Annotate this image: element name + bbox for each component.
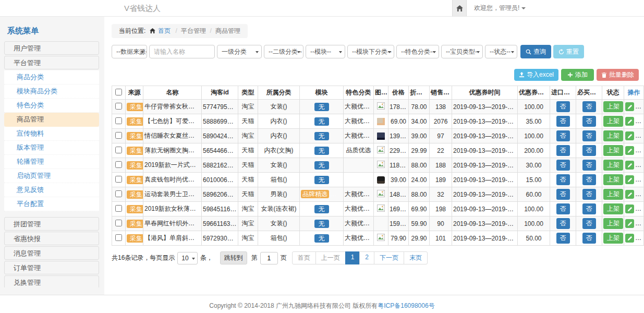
must-buy-toggle[interactable]: 否 bbox=[582, 233, 596, 244]
sidebar-item-order-management[interactable]: 订单管理 bbox=[4, 261, 99, 274]
pager-page-1[interactable]: 1 bbox=[345, 251, 360, 264]
module-sub-category-select[interactable]: --模块下分类-- bbox=[347, 45, 394, 58]
row-checkbox[interactable] bbox=[115, 147, 122, 153]
pager-prev-page[interactable]: 上一页 bbox=[315, 251, 346, 264]
status-toggle[interactable]: 上架 bbox=[603, 218, 623, 229]
edit-button[interactable] bbox=[625, 190, 634, 199]
edit-button[interactable] bbox=[625, 102, 634, 111]
edit-button[interactable] bbox=[625, 175, 634, 184]
sidebar-item-feedback[interactable]: 意见反馈 bbox=[4, 183, 99, 197]
select-all-checkbox[interactable] bbox=[115, 89, 122, 95]
must-buy-toggle[interactable]: 否 bbox=[582, 174, 596, 185]
module-select[interactable]: --模块-- bbox=[306, 45, 345, 58]
sidebar-item-platform-management[interactable]: 平台管理 bbox=[4, 56, 99, 69]
add-button[interactable]: 添加 bbox=[561, 69, 594, 81]
must-buy-toggle[interactable]: 否 bbox=[582, 203, 596, 214]
edit-button[interactable] bbox=[625, 219, 634, 228]
sidebar-item-exchange-management[interactable]: 兑换管理 bbox=[4, 275, 99, 287]
import-select-toggle[interactable]: 否 bbox=[556, 218, 570, 229]
edit-button[interactable] bbox=[625, 234, 634, 243]
row-checkbox[interactable] bbox=[115, 220, 122, 226]
sidebar-item-product-management[interactable]: 商品管理 bbox=[4, 113, 99, 127]
sidebar-item-product-category[interactable]: 商品分类 bbox=[4, 70, 99, 85]
import-select-toggle[interactable]: 否 bbox=[556, 174, 570, 185]
coupon-time: 2019-09-13—2019-09-17 bbox=[452, 100, 518, 114]
import-select-toggle[interactable]: 否 bbox=[556, 160, 570, 171]
column-header: 必买清单 bbox=[576, 86, 602, 100]
row-checkbox[interactable] bbox=[115, 161, 122, 168]
must-buy-toggle[interactable]: 否 bbox=[582, 145, 596, 156]
row-checkbox[interactable] bbox=[115, 190, 122, 197]
sidebar-item-splash-management[interactable]: 启动页管理 bbox=[4, 169, 99, 183]
name-search-input[interactable] bbox=[149, 45, 215, 58]
sidebar-item-feature-category[interactable]: 特色分类 bbox=[4, 99, 99, 113]
must-buy-toggle[interactable]: 否 bbox=[582, 189, 596, 200]
edit-button[interactable] bbox=[625, 204, 634, 213]
status-toggle[interactable]: 上架 bbox=[603, 174, 623, 185]
sidebar-item-group-buy-management[interactable]: 拼团管理 bbox=[4, 217, 99, 231]
status-toggle[interactable]: 上架 bbox=[603, 101, 623, 112]
import-select-toggle[interactable]: 否 bbox=[556, 101, 570, 112]
must-buy-toggle[interactable]: 否 bbox=[582, 160, 596, 171]
must-buy-toggle[interactable]: 否 bbox=[582, 218, 596, 229]
query-button[interactable]: 查询 bbox=[520, 45, 551, 58]
import-select-toggle[interactable]: 否 bbox=[556, 130, 570, 141]
pager-page-2[interactable]: 2 bbox=[359, 251, 374, 264]
import-select-toggle[interactable]: 否 bbox=[556, 233, 570, 244]
import-select-toggle[interactable]: 否 bbox=[556, 145, 570, 156]
sidebar-item-user-management[interactable]: 用户管理 bbox=[4, 41, 99, 55]
pager-last-page[interactable]: 末页 bbox=[404, 251, 428, 264]
row-checkbox[interactable] bbox=[115, 205, 122, 212]
sidebar-item-module-product-category[interactable]: 模块商品分类 bbox=[4, 85, 99, 99]
edit-button[interactable] bbox=[625, 161, 634, 170]
status-toggle[interactable]: 上架 bbox=[603, 116, 623, 127]
jump-button[interactable]: 跳转到 bbox=[220, 251, 247, 264]
breadcrumb-home-link[interactable]: 首页 bbox=[158, 27, 171, 34]
level2-category-select[interactable]: --二级分类-- bbox=[264, 45, 303, 58]
status-toggle[interactable]: 上架 bbox=[603, 189, 623, 200]
pager-first-page[interactable]: 首页 bbox=[292, 251, 316, 264]
import-select-toggle[interactable]: 否 bbox=[556, 116, 570, 127]
sidebar-item-version-management[interactable]: 版本管理 bbox=[4, 141, 99, 155]
edit-button[interactable] bbox=[625, 131, 634, 140]
status-toggle[interactable]: 上架 bbox=[603, 130, 623, 141]
data-source-select[interactable]: --数据来源-- bbox=[112, 45, 147, 58]
item-type-select[interactable]: --宝贝类型-- bbox=[441, 45, 483, 58]
pager-next-page[interactable]: 下一页 bbox=[374, 251, 404, 264]
reset-button[interactable]: 重置 bbox=[553, 45, 584, 58]
import-excel-button[interactable]: 导入excel bbox=[514, 69, 558, 81]
per-page-select[interactable]: 10 bbox=[177, 252, 197, 264]
user-menu[interactable]: 欢迎您，管理员! bbox=[474, 0, 526, 16]
must-buy-toggle[interactable]: 否 bbox=[582, 101, 596, 112]
row-checkbox[interactable] bbox=[115, 117, 122, 124]
row-checkbox[interactable] bbox=[115, 103, 122, 110]
page-number-input[interactable] bbox=[260, 252, 278, 264]
status-toggle[interactable]: 上架 bbox=[603, 160, 623, 171]
sidebar-item-platform-config[interactable]: 平台配置 bbox=[4, 197, 99, 211]
row-checkbox[interactable] bbox=[115, 176, 122, 183]
status-toggle[interactable]: 上架 bbox=[603, 233, 623, 244]
must-buy-toggle[interactable]: 否 bbox=[582, 130, 596, 141]
coupon-amount: 200.00 bbox=[518, 143, 550, 158]
edit-button[interactable] bbox=[625, 117, 634, 126]
status-select[interactable]: --状态-- bbox=[485, 45, 517, 58]
sidebar-item-promo-material[interactable]: 宣传物料 bbox=[4, 127, 99, 141]
row-checkbox[interactable] bbox=[115, 234, 122, 241]
level1-category-select[interactable]: 一级分类 bbox=[217, 45, 262, 58]
row-checkbox[interactable] bbox=[115, 132, 122, 139]
sidebar-item-discount-bulletin[interactable]: 省惠快报 bbox=[4, 232, 99, 245]
feature-category-select[interactable]: --特色分类-- bbox=[396, 45, 439, 58]
edit-button[interactable] bbox=[625, 146, 634, 155]
home-button[interactable] bbox=[452, 0, 467, 16]
sidebar-item-carousel-management[interactable]: 轮播管理 bbox=[4, 155, 99, 169]
icp-link[interactable]: 粤ICP备16098006号 bbox=[378, 302, 434, 309]
batch-delete-button[interactable]: 批量删除 bbox=[597, 69, 639, 81]
import-select-toggle[interactable]: 否 bbox=[556, 203, 570, 214]
sidebar-item-message-management[interactable]: 消息管理 bbox=[4, 246, 99, 260]
column-header: 销售数量 bbox=[430, 86, 452, 100]
status-toggle[interactable]: 上架 bbox=[603, 145, 623, 156]
import-select-toggle[interactable]: 否 bbox=[556, 189, 570, 200]
status-toggle[interactable]: 上架 bbox=[603, 203, 623, 214]
table-row: 采集早春网红针织外套女春…596611634525淘宝女装()无大额优惠券159… bbox=[112, 216, 644, 231]
must-buy-toggle[interactable]: 否 bbox=[582, 116, 596, 127]
